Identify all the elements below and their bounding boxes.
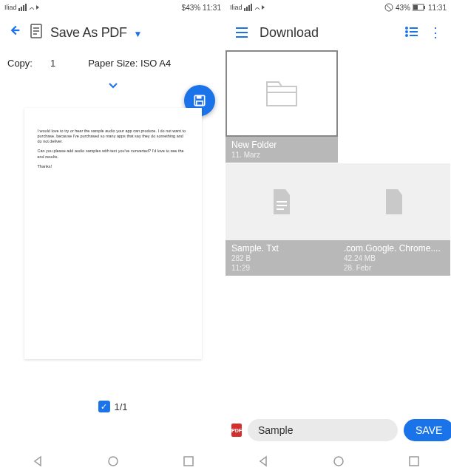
back-button[interactable] <box>6 22 22 43</box>
svg-point-37 <box>334 457 343 466</box>
filename-input[interactable] <box>248 419 398 441</box>
nav-back[interactable] <box>31 455 44 468</box>
svg-rect-32 <box>277 201 287 203</box>
preview-area: I would love to try or hear the sample a… <box>0 95 226 446</box>
file-size: 42.24 MB <box>344 254 444 263</box>
pdf-doc-icon <box>30 24 43 41</box>
svg-point-35 <box>109 457 118 466</box>
svg-rect-15 <box>251 4 252 11</box>
status-bar-left: Iliad $43% 11:31 <box>0 0 226 15</box>
file-name: New Folder <box>231 140 332 150</box>
list-view-icon[interactable] <box>405 25 418 41</box>
nav-home[interactable] <box>106 455 120 468</box>
svg-point-24 <box>406 27 407 29</box>
app-bar-left: Save As PDF ▼ <box>0 15 226 50</box>
nav-recent[interactable] <box>183 455 194 467</box>
app-bar-right: Download ⋮ <box>226 15 451 50</box>
preview-text: Can you please add audio samples with te… <box>38 149 189 159</box>
status-bar-right: Iliad 43% 11:31 <box>226 0 451 15</box>
svg-rect-34 <box>277 208 284 210</box>
status-time: $43% 11:31 <box>182 4 221 12</box>
svg-rect-0 <box>18 8 20 11</box>
svg-rect-36 <box>184 457 193 466</box>
file-size: 282 B <box>231 254 332 263</box>
svg-rect-3 <box>25 4 27 11</box>
file-tile[interactable]: Sample. Txt 282 B 11:29 <box>226 163 338 276</box>
nav-home[interactable] <box>332 455 345 468</box>
copies-value[interactable]: 1 <box>50 58 55 69</box>
preview-text: I would love to try or hear the sample a… <box>38 129 189 144</box>
page-title[interactable]: Save As PDF ▼ <box>50 25 220 41</box>
page-indicator: ✓ 1/1 <box>98 401 127 412</box>
svg-rect-30 <box>267 86 296 106</box>
svg-rect-12 <box>244 8 245 11</box>
page-preview[interactable]: I would love to try or hear the sample a… <box>24 108 202 359</box>
bottom-bar: PDF SAVE <box>226 414 451 446</box>
carrier: Iliad <box>230 4 266 11</box>
file-time: 11:29 <box>231 264 332 273</box>
system-nav <box>0 446 451 476</box>
dropdown-icon: ▼ <box>133 29 142 39</box>
svg-rect-1 <box>21 7 22 11</box>
menu-icon[interactable] <box>234 27 249 38</box>
svg-line-17 <box>386 4 392 10</box>
file-tile[interactable]: .com.Google. Chrome.... 42.24 MB 28. Feb… <box>338 163 450 276</box>
svg-point-26 <box>406 31 407 33</box>
copies-label: Copy: <box>7 58 33 69</box>
pdf-badge-icon: PDF <box>231 424 242 437</box>
svg-rect-2 <box>23 5 24 11</box>
svg-rect-33 <box>277 205 287 206</box>
nav-recent[interactable] <box>408 455 420 467</box>
file-date: 28. Febr <box>344 264 444 273</box>
carrier: Iliad <box>4 4 41 11</box>
preview-text: Thanks! <box>38 164 189 169</box>
file-name: Sample. Txt <box>231 243 332 254</box>
file-name: .com.Google. Chrome.... <box>344 243 444 254</box>
file-grid: New Folder 11. Marz Sample. Txt 282 B 11… <box>226 50 451 446</box>
svg-rect-14 <box>248 5 250 11</box>
paper-size[interactable]: Paper Size: ISO A4 <box>88 58 171 69</box>
status-time: 43% 11:31 <box>384 3 447 12</box>
nav-back[interactable] <box>257 455 270 468</box>
page-count: 1/1 <box>114 401 127 412</box>
print-options-row: Copy: 1 Paper Size: ISO A4 <box>0 50 226 75</box>
svg-rect-20 <box>424 6 425 9</box>
more-icon[interactable]: ⋮ <box>429 24 442 41</box>
svg-rect-38 <box>410 457 418 466</box>
page-title: Download <box>260 25 395 41</box>
folder-tile[interactable]: New Folder 11. Marz <box>226 50 338 163</box>
save-button[interactable]: SAVE <box>404 419 451 441</box>
page-checkbox[interactable]: ✓ <box>98 401 109 412</box>
svg-rect-19 <box>413 5 418 10</box>
svg-rect-13 <box>246 7 248 11</box>
svg-point-28 <box>406 35 407 36</box>
file-meta: 11. Marz <box>231 151 332 160</box>
